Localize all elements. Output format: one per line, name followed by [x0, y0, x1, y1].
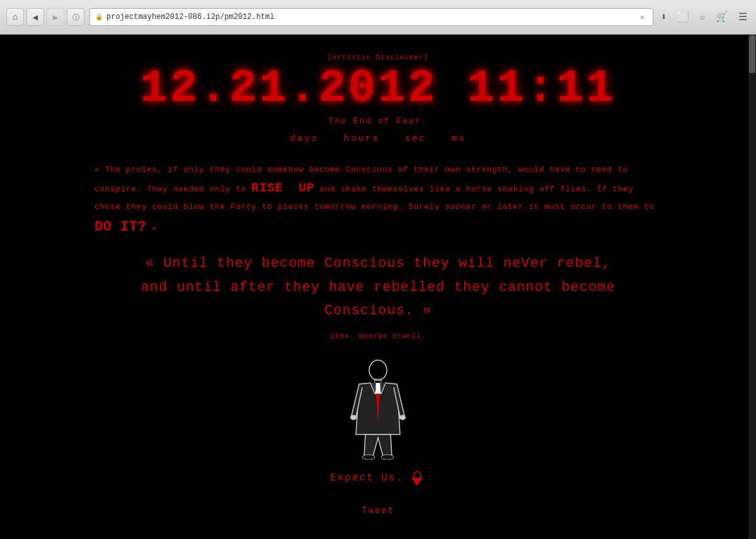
- svg-point-5: [381, 455, 394, 460]
- countdown-days: days: [290, 133, 319, 144]
- page-content: [Artistic Disclaimer] 12.21.2012 11:11 T…: [0, 35, 756, 539]
- clear-url-button[interactable]: ✕: [638, 12, 648, 22]
- countdown-sec: sec: [405, 133, 427, 144]
- svg-point-0: [369, 360, 387, 380]
- url-domain: projectmayhem2012-086.i2p: [106, 13, 220, 21]
- svg-point-2: [350, 415, 357, 420]
- info-button[interactable]: ⓘ: [67, 8, 84, 26]
- countdown-ms: ms: [452, 133, 466, 144]
- clock-value: 12.21.2012 11:11: [140, 63, 616, 115]
- browser-chrome: ⌂ ◀ ▶ ⓘ 🔒 projectmayhem2012-086.i2p/pm20…: [0, 0, 756, 35]
- scrollbar[interactable]: [748, 35, 756, 539]
- lock-icon: 🔒: [95, 13, 103, 21]
- main-paragraph: « The proles, if only they could somehow…: [94, 162, 662, 239]
- home-button[interactable]: ⌂: [6, 8, 24, 26]
- url-text: projectmayhem2012-086.i2p/pm2012.html: [106, 13, 274, 21]
- nav-buttons: ⌂ ◀ ▶ ⓘ: [6, 8, 84, 26]
- big-quote: « Until they become Conscious they will …: [94, 252, 662, 322]
- svg-point-3: [399, 415, 406, 420]
- countdown-hours: hours: [344, 133, 380, 144]
- attribution-text: 1984. George Orwell.: [330, 332, 426, 340]
- forward-button[interactable]: ▶: [47, 8, 64, 26]
- clock-display: 12.21.2012 11:11: [140, 66, 616, 111]
- url-path: /pm2012.html: [220, 13, 274, 21]
- svg-point-4: [362, 455, 375, 460]
- suit-svg: [346, 359, 410, 460]
- big-quote-line2: and until after they have rebelled they …: [94, 276, 662, 323]
- tagline-text: The End of Fear.: [329, 116, 428, 126]
- back-button[interactable]: ◀: [26, 8, 44, 26]
- suit-figure: [346, 359, 410, 460]
- expect-us-text: Expect Us.: [330, 472, 403, 484]
- countdown-labels: days hours sec ms: [290, 133, 466, 144]
- tweet-link[interactable]: Tweet: [362, 506, 394, 516]
- pocket-icon[interactable]: ☆: [697, 9, 708, 25]
- big-quote-line1: « Until they become Conscious they will …: [94, 252, 662, 275]
- cart-icon[interactable]: 🛒: [713, 9, 731, 25]
- svg-rect-7: [412, 478, 422, 480]
- anonymous-logo: [408, 469, 426, 487]
- disclaimer-text: [Artistic Disclaimer]: [328, 54, 428, 61]
- window-icon[interactable]: ⬜: [674, 9, 692, 25]
- menu-icon[interactable]: ☰: [736, 9, 750, 25]
- toolbar-right: ⬇ ⬜ ☆ 🛒 ☰: [658, 9, 750, 25]
- expect-us-container: Expect Us.: [330, 469, 426, 487]
- scrollbar-thumb: [749, 35, 755, 73]
- address-bar[interactable]: 🔒 projectmayhem2012-086.i2p/pm2012.html …: [89, 8, 653, 26]
- download-icon[interactable]: ⬇: [658, 9, 670, 25]
